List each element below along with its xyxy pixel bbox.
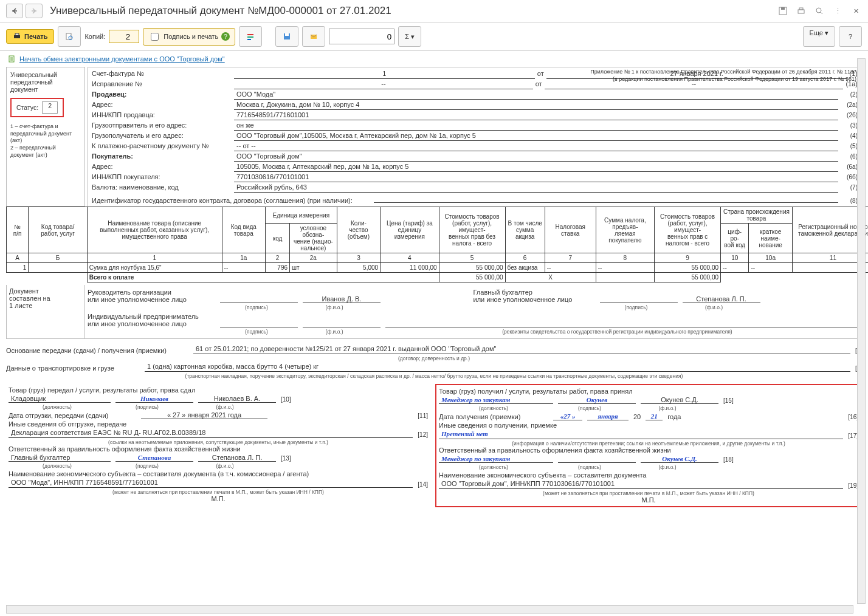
copies-input[interactable] bbox=[109, 30, 139, 43]
buyer: ООО "Торговый дом" bbox=[234, 152, 838, 162]
buyer-address: 105005, Москва г, Аптекарский пер, дом №… bbox=[234, 163, 838, 172]
transport: 1 (одна) картонная коробка, масса брутто… bbox=[145, 363, 850, 372]
linkbar: Начать обмен электронными документами с … bbox=[0, 51, 868, 67]
doc-pages: Документ составлен на 1 листе bbox=[6, 285, 84, 339]
help-button[interactable]: ? bbox=[839, 26, 862, 47]
titlebar: Универсальный передаточный документ №МД0… bbox=[0, 0, 868, 22]
items-table: № п/п Код товара/ работ, услуг Наименова… bbox=[6, 207, 868, 282]
svg-rect-11 bbox=[247, 39, 251, 40]
invoice-no-label: Счет-фактура № bbox=[92, 70, 232, 77]
print-label: Печать bbox=[24, 33, 47, 40]
contract-id bbox=[374, 194, 838, 203]
table-row: 1 Сумка для ноутбука 15,6"-- 796шт 5,000… bbox=[7, 263, 869, 273]
preview-icon[interactable] bbox=[813, 5, 825, 17]
close-button[interactable]: ✕ bbox=[850, 5, 862, 17]
email-button[interactable] bbox=[302, 26, 325, 47]
svg-point-4 bbox=[816, 8, 821, 13]
buyer-inn: 7701030616/770101001 bbox=[234, 173, 838, 182]
main-form: Приложение № 1 к постановлению Правитель… bbox=[88, 67, 862, 207]
basis: 61 от 25.01.2021; по доверенности №125/2… bbox=[193, 345, 850, 354]
svg-rect-13 bbox=[285, 33, 289, 36]
edi-link[interactable]: Начать обмен электронными документами с … bbox=[19, 55, 225, 63]
window-title: Универсальный передаточный документ №МД0… bbox=[45, 5, 391, 17]
head-sign bbox=[220, 303, 298, 303]
svg-rect-1 bbox=[781, 7, 785, 10]
status-box: Статус: 2 bbox=[10, 98, 64, 117]
correction-no: -- bbox=[234, 80, 533, 89]
sign-print-label: Подпись и печать bbox=[164, 33, 218, 40]
total-row: Всего к оплате 55 000,00 Х 55 000,00 bbox=[7, 273, 869, 282]
edit-text-button[interactable] bbox=[239, 26, 262, 47]
more-button[interactable]: Еще ▾ bbox=[803, 26, 835, 47]
acc-sign bbox=[600, 303, 678, 303]
vertical-scrollbar[interactable] bbox=[857, 58, 866, 604]
regulation-note: Приложение № 1 к постановлению Правитель… bbox=[590, 69, 856, 83]
forward-button[interactable] bbox=[26, 4, 43, 18]
status-label: Статус: bbox=[16, 104, 38, 111]
shipper: он же bbox=[234, 121, 838, 131]
help-icon[interactable]: ? bbox=[221, 32, 230, 41]
sidebar-title-1: Универсальный bbox=[10, 71, 81, 78]
sidebar-title-3: документ bbox=[10, 86, 81, 93]
correction-label: Исправление № bbox=[92, 80, 232, 87]
seller-inn: 7716548591/771601001 bbox=[234, 111, 838, 120]
consignee: ООО "Торговый дом",105005, Москва г, Апт… bbox=[234, 132, 838, 141]
save-icon[interactable] bbox=[777, 5, 789, 17]
svg-rect-2 bbox=[798, 10, 804, 13]
seller: ООО "Мода" bbox=[234, 91, 838, 100]
svg-rect-6 bbox=[15, 33, 19, 35]
back-button[interactable] bbox=[6, 4, 23, 18]
invoice-no: 1 bbox=[234, 70, 535, 79]
sign-print-checkbox[interactable] bbox=[151, 33, 159, 41]
svg-rect-10 bbox=[247, 36, 253, 38]
preview-button[interactable] bbox=[58, 26, 81, 47]
svg-rect-9 bbox=[247, 34, 253, 35]
sum-button[interactable]: Σ ▾ bbox=[398, 26, 421, 47]
copies-label: Копий: bbox=[84, 33, 105, 40]
horizontal-scrollbar[interactable] bbox=[6, 605, 853, 614]
menu-icon[interactable]: ⋮ bbox=[832, 5, 844, 17]
receiver-block: Товар (груз) получил / услуги, результат… bbox=[435, 384, 862, 507]
svg-rect-3 bbox=[799, 8, 803, 10]
acc-fio: Степанова Л. П. bbox=[683, 295, 760, 303]
sidebar-title-2: передаточный bbox=[10, 78, 81, 86]
sender-block: Товар (груз) передал / услуги, результат… bbox=[6, 384, 430, 507]
paydoc: -- от -- bbox=[234, 142, 838, 151]
save-disk-button[interactable] bbox=[275, 26, 298, 47]
sidebar-note: 1 – счет-фактура и передаточный документ… bbox=[10, 123, 81, 159]
sidebar: Универсальный передаточный документ Стат… bbox=[6, 67, 85, 207]
print-button[interactable]: Печать bbox=[6, 29, 54, 44]
sign-print-button[interactable]: Подпись и печать ? bbox=[143, 28, 235, 46]
number-input[interactable] bbox=[329, 29, 394, 44]
currency: Российский рубль, 643 bbox=[234, 183, 838, 193]
svg-rect-5 bbox=[14, 35, 20, 38]
toolbar: Печать Копий: Подпись и печать ? Σ ▾ Еще… bbox=[0, 22, 868, 51]
print-icon[interactable] bbox=[795, 5, 807, 17]
head-fio: Иванов Д. В. bbox=[303, 295, 381, 303]
status-value: 2 bbox=[42, 101, 58, 114]
document-icon bbox=[7, 55, 16, 63]
seller-address: Москва г, Докукина, дом № 10, корпус 4 bbox=[234, 101, 838, 110]
